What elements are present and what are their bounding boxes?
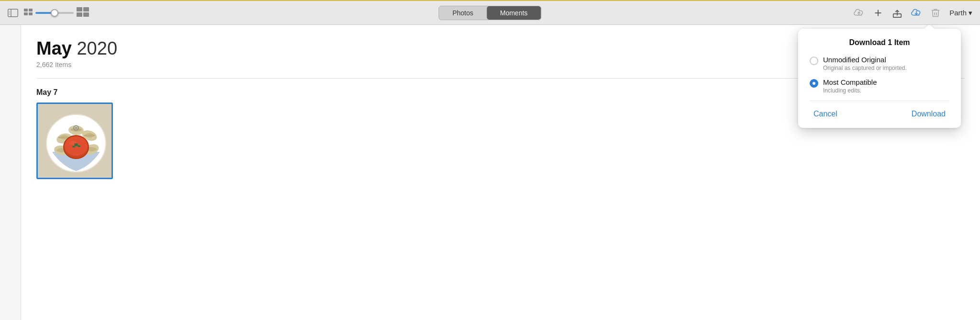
- user-menu-button[interactable]: Parth ▾: [949, 9, 972, 17]
- option-compatible[interactable]: Most Compatible Including edits.: [810, 78, 949, 94]
- svg-rect-5: [24, 9, 28, 11]
- option-unmodified-text: Unmodified Original Original as captured…: [823, 56, 949, 71]
- popover-actions: Cancel Download: [810, 108, 949, 120]
- popover-title: Download 1 Item: [810, 38, 949, 47]
- content-area: May 2020 2,662 Items May 7: [21, 25, 980, 320]
- svg-point-37: [75, 127, 77, 129]
- share-button[interactable]: [892, 8, 902, 18]
- svg-point-33: [78, 145, 80, 147]
- svg-point-32: [74, 143, 78, 146]
- download-popover: Download 1 Item Unmodified Original Orig…: [798, 29, 961, 128]
- toolbar-right: Parth ▾: [854, 8, 972, 18]
- trash-button[interactable]: [930, 8, 941, 18]
- toolbar-left: [8, 7, 854, 19]
- radio-unmodified-circle: [810, 57, 818, 65]
- tab-moments[interactable]: Moments: [487, 6, 541, 20]
- option-compatible-text: Most Compatible Including edits.: [823, 78, 949, 94]
- sidebar: [0, 25, 21, 320]
- svg-rect-8: [29, 12, 33, 15]
- radio-compatible-circle: [810, 79, 818, 88]
- upload-cloud-button[interactable]: [854, 8, 864, 18]
- download-cloud-button[interactable]: [911, 8, 922, 18]
- user-name-label: Parth: [949, 9, 967, 17]
- option-unmodified-desc: Original as captured or imported.: [823, 65, 949, 71]
- popover-divider: [810, 101, 949, 101]
- option-compatible-desc: Including edits.: [823, 87, 949, 94]
- toolbar: Photos Moments: [0, 0, 980, 25]
- photo-thumbnail[interactable]: [36, 103, 113, 179]
- svg-rect-10: [83, 7, 89, 11]
- add-button[interactable]: [873, 8, 883, 18]
- user-chevron-icon: ▾: [969, 9, 972, 17]
- thumbnail-size-slider[interactable]: [35, 12, 74, 14]
- tab-photos[interactable]: Photos: [439, 6, 487, 20]
- svg-rect-7: [24, 12, 28, 15]
- option-compatible-label: Most Compatible: [823, 78, 949, 86]
- svg-rect-12: [83, 12, 89, 17]
- main-area: May 2020 2,662 Items May 7: [0, 25, 980, 320]
- view-tabs: Photos Moments: [438, 6, 541, 20]
- thumbnail-large-icon: [77, 7, 89, 19]
- food-photo-svg: [38, 104, 113, 179]
- sidebar-toggle-button[interactable]: [8, 8, 18, 18]
- thumbnail-small-icon: [24, 9, 33, 17]
- svg-point-34: [72, 146, 75, 148]
- option-unmodified[interactable]: Unmodified Original Original as captured…: [810, 56, 949, 71]
- thumbnail-sizer: [24, 7, 89, 19]
- download-button[interactable]: Download: [908, 108, 949, 120]
- option-unmodified-label: Unmodified Original: [823, 56, 949, 64]
- svg-rect-6: [29, 9, 33, 11]
- svg-rect-11: [77, 12, 82, 17]
- svg-rect-9: [77, 7, 82, 11]
- cancel-button[interactable]: Cancel: [810, 108, 841, 120]
